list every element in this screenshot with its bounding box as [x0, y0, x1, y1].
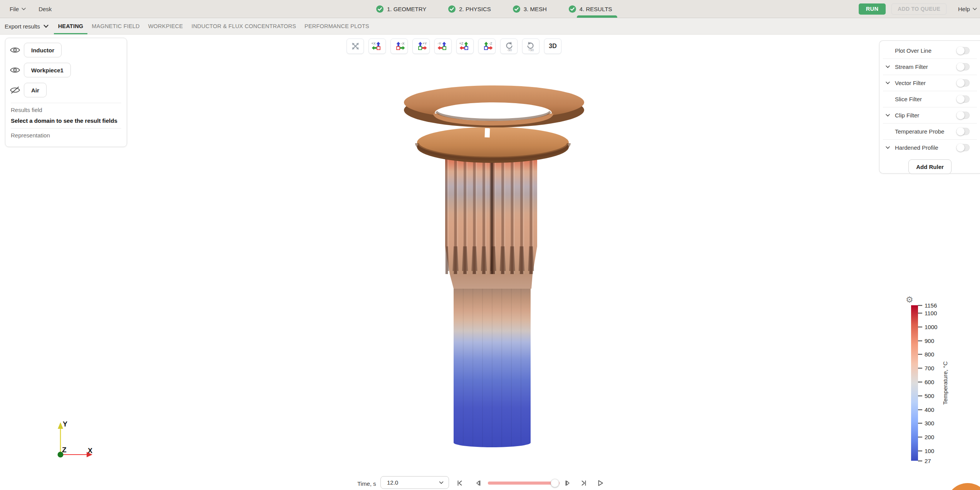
results-field-label: Results field — [11, 107, 121, 113]
step-label: 3. MESH — [524, 6, 547, 12]
filter-row-slice-filter: Slice Filter — [883, 91, 977, 107]
tab-inductor-flux-concentrators[interactable]: INDUCTOR & FLUX CONCENTRATORS — [187, 18, 300, 34]
colorbar-tick: 700 — [918, 365, 934, 371]
colorbar-tick: 400 — [918, 406, 934, 413]
chevron-down-icon[interactable] — [886, 82, 895, 84]
colorbar-tick: 1000 — [918, 324, 937, 330]
toggle-knob — [957, 63, 965, 71]
result-tabs: HEATING MAGNETIC FIELD WORKPIECE INDUCTO… — [54, 18, 374, 34]
temperature-probe-toggle[interactable] — [957, 128, 970, 135]
toggle-knob — [957, 127, 965, 135]
domain-button-workpiece1[interactable]: Workpiece1 — [24, 63, 71, 77]
visibility-eye-off-icon[interactable] — [10, 84, 22, 96]
play-button[interactable] — [595, 478, 605, 488]
time-slider-track[interactable] — [488, 482, 560, 485]
rotate-cw-icon: +90 — [526, 41, 536, 52]
slice-filter-toggle[interactable] — [957, 95, 970, 103]
filter-label: Stream Filter — [895, 64, 928, 70]
stream-filter-toggle[interactable] — [957, 63, 970, 70]
svg-text:+90: +90 — [528, 48, 534, 52]
visibility-eye-icon[interactable] — [10, 64, 22, 76]
hardened-profile-toggle[interactable] — [957, 144, 970, 151]
time-label: Time, s — [357, 480, 376, 487]
axis-view-minus-x-button[interactable]: -X — [390, 38, 408, 54]
colorbar-title: Temperature, °C — [942, 361, 949, 405]
chat-help-bubble[interactable] — [946, 483, 980, 490]
domain-button-inductor[interactable]: Inductor — [24, 43, 62, 57]
fit-view-button[interactable] — [347, 38, 364, 54]
settings-gear-icon[interactable]: ⚙ — [906, 296, 913, 304]
step-mesh[interactable]: 3. MESH — [513, 0, 547, 18]
toggle-knob — [957, 79, 965, 87]
svg-text:+Y: +Y — [422, 42, 427, 45]
model-viewport-3d[interactable] — [385, 77, 601, 462]
view-3d-button[interactable]: 3D — [544, 38, 561, 54]
step-physics[interactable]: 2. PHYSICS — [448, 0, 491, 18]
colorbar-tick: 27 — [918, 458, 931, 464]
plot-over-line-toggle[interactable] — [957, 47, 970, 54]
file-menu-label: File — [10, 6, 19, 12]
skip-to-start-button[interactable] — [454, 478, 464, 488]
axis-view-minus-y-button[interactable]: -Y — [434, 38, 452, 54]
axis-view-plus-z-button[interactable]: +Z — [456, 38, 474, 54]
results-tabbar: Export results HEATING MAGNETIC FIELD WO… — [0, 18, 980, 35]
axis-view-minus-z-button[interactable]: -Z — [478, 38, 496, 54]
file-menu[interactable]: File — [10, 6, 26, 12]
axis-minus-y-icon: -Y — [437, 41, 450, 52]
vector-filter-toggle[interactable] — [957, 79, 970, 87]
chevron-down-icon[interactable] — [886, 114, 895, 117]
visibility-eye-icon[interactable] — [10, 44, 22, 56]
skip-start-icon — [456, 479, 463, 487]
rotate-ccw-icon: -90 — [504, 41, 514, 52]
view-3d-label: 3D — [549, 43, 556, 50]
skip-to-end-button[interactable] — [579, 478, 589, 488]
filter-label: Temperature Probe — [895, 128, 944, 135]
rotate-cw-90-button[interactable]: +90 — [522, 38, 539, 54]
chevron-down-icon[interactable] — [886, 65, 895, 68]
tab-workpiece[interactable]: WORKPIECE — [144, 18, 187, 34]
rotate-ccw-90-button[interactable]: -90 — [500, 38, 518, 54]
axis-view-plus-y-button[interactable]: +Y — [412, 38, 430, 54]
axis-minus-z-icon: -Z — [481, 41, 494, 52]
step-label: 2. PHYSICS — [459, 6, 491, 12]
domain-row-air: Air — [10, 83, 122, 97]
time-slider[interactable] — [488, 479, 560, 487]
step-geometry[interactable]: 1. GEOMETRY — [376, 0, 426, 18]
svg-text:-X: -X — [401, 42, 404, 45]
run-button[interactable]: RUN — [859, 3, 886, 15]
add-to-queue-button[interactable]: ADD TO QUEUE — [891, 3, 946, 15]
time-select[interactable]: 12.0 — [380, 476, 449, 489]
tab-performance-plots[interactable]: PERFORMANCE PLOTS — [300, 18, 374, 34]
check-circle-icon — [569, 5, 576, 13]
time-slider-thumb[interactable] — [551, 479, 559, 487]
chevron-down-icon — [44, 25, 49, 28]
help-menu[interactable]: Help — [958, 6, 977, 12]
axis-plus-z-icon: +Z — [459, 41, 472, 52]
chevron-down-icon[interactable] — [886, 146, 895, 149]
menubar: File Desk 1. GEOMETRY 2. PHYSICS 3. MESH… — [0, 0, 980, 18]
chevron-down-icon — [439, 481, 444, 484]
clip-filter-toggle[interactable] — [957, 112, 970, 119]
desk-menu[interactable]: Desk — [39, 6, 52, 12]
svg-text:-90: -90 — [507, 48, 512, 52]
add-ruler-button[interactable]: Add Ruler — [908, 159, 952, 174]
filter-row-temperature-probe: Temperature Probe — [883, 123, 977, 139]
step-forward-button[interactable] — [563, 478, 573, 488]
filter-row-clip-filter: Clip Filter — [883, 107, 977, 123]
export-results-button[interactable]: Export results — [5, 23, 49, 30]
step-back-icon — [474, 479, 482, 487]
tab-magnetic-field[interactable]: MAGNETIC FIELD — [87, 18, 144, 34]
filter-row-stream-filter: Stream Filter — [883, 59, 977, 75]
tab-heating[interactable]: HEATING — [54, 18, 88, 34]
step-back-button[interactable] — [473, 478, 483, 488]
domain-button-air[interactable]: Air — [24, 83, 47, 97]
filter-row-vector-filter: Vector Filter — [883, 75, 977, 91]
colorbar-tick: 1156 — [918, 302, 937, 309]
colorbar-tick: 300 — [918, 420, 934, 426]
representation-label[interactable]: Representation — [11, 132, 121, 139]
filter-row-hardened-profile: Hardened Profile — [883, 139, 977, 156]
step-results[interactable]: 4. RESULTS — [569, 0, 612, 18]
axis-view-plus-x-button[interactable]: +X — [369, 38, 386, 54]
filter-row-plot-over-line: Plot Over Line — [883, 43, 977, 59]
menubar-actions: RUN ADD TO QUEUE Help — [859, 0, 977, 18]
